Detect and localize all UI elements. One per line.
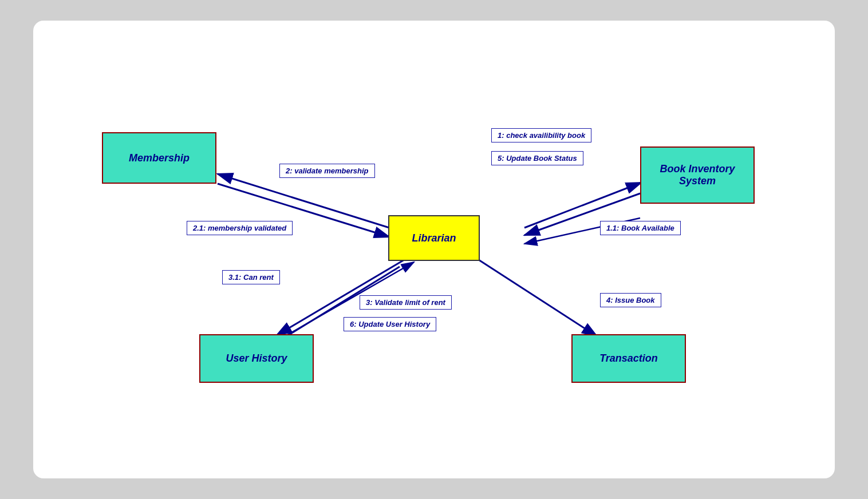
membership-node: Membership — [102, 132, 216, 184]
user-history-node: User History — [199, 334, 314, 383]
svg-line-5 — [218, 174, 389, 228]
diagram-canvas: Membership Book Inventory System Librari… — [33, 21, 835, 478]
msg-validate-limit: 3: Validate limit of rent — [360, 295, 452, 310]
svg-line-10 — [479, 260, 597, 336]
book-inventory-label: Book Inventory System — [641, 163, 753, 187]
msg-update-user-history: 6: Update User History — [344, 317, 436, 331]
transaction-label: Transaction — [599, 353, 658, 365]
user-history-label: User History — [226, 353, 287, 365]
msg-update-book-status: 5: Update Book Status — [491, 151, 583, 165]
msg-membership-validated: 2.1: membership validated — [187, 221, 293, 235]
msg-validate-membership: 2: validate membership — [279, 164, 375, 178]
librarian-node: Librarian — [388, 215, 480, 261]
librarian-label: Librarian — [412, 232, 456, 244]
msg-issue-book: 4: Issue Book — [600, 293, 661, 307]
membership-label: Membership — [129, 152, 190, 164]
book-inventory-node: Book Inventory System — [640, 146, 755, 204]
transaction-node: Transaction — [571, 334, 686, 383]
msg-can-rent: 3.1: Can rent — [222, 270, 280, 284]
msg-book-available: 1.1: Book Available — [600, 221, 681, 235]
msg-check-availability: 1: check availibility book — [491, 128, 591, 142]
